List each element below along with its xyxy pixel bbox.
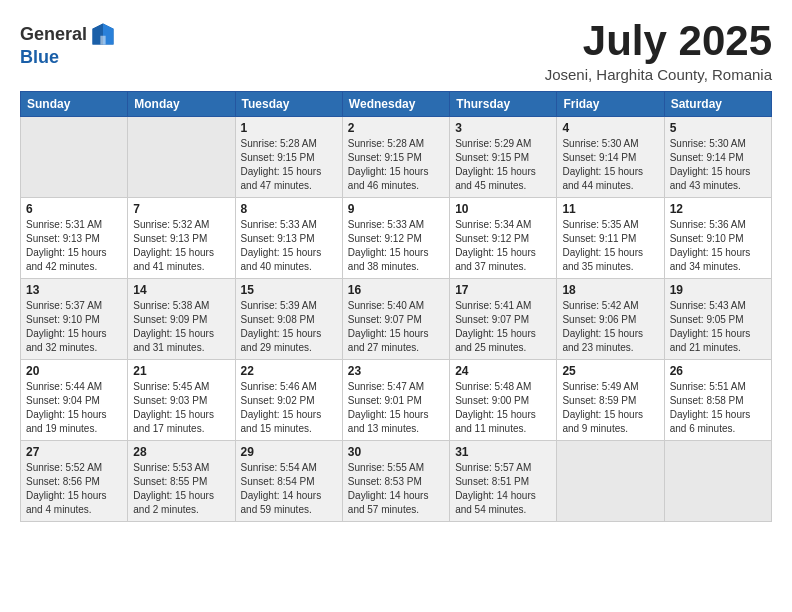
table-row: 14Sunrise: 5:38 AMSunset: 9:09 PMDayligh… [128, 279, 235, 360]
table-row: 3Sunrise: 5:29 AMSunset: 9:15 PMDaylight… [450, 117, 557, 198]
day-detail: Sunrise: 5:29 AMSunset: 9:15 PMDaylight:… [455, 137, 551, 193]
table-row: 27Sunrise: 5:52 AMSunset: 8:56 PMDayligh… [21, 441, 128, 522]
col-saturday: Saturday [664, 92, 771, 117]
calendar-table: Sunday Monday Tuesday Wednesday Thursday… [20, 91, 772, 522]
day-detail: Sunrise: 5:33 AMSunset: 9:13 PMDaylight:… [241, 218, 337, 274]
day-number: 15 [241, 283, 337, 297]
calendar-week-row: 27Sunrise: 5:52 AMSunset: 8:56 PMDayligh… [21, 441, 772, 522]
table-row [21, 117, 128, 198]
day-detail: Sunrise: 5:28 AMSunset: 9:15 PMDaylight:… [241, 137, 337, 193]
day-detail: Sunrise: 5:54 AMSunset: 8:54 PMDaylight:… [241, 461, 337, 517]
calendar-week-row: 20Sunrise: 5:44 AMSunset: 9:04 PMDayligh… [21, 360, 772, 441]
logo-icon [89, 20, 117, 48]
day-number: 16 [348, 283, 444, 297]
table-row: 11Sunrise: 5:35 AMSunset: 9:11 PMDayligh… [557, 198, 664, 279]
day-number: 8 [241, 202, 337, 216]
day-detail: Sunrise: 5:37 AMSunset: 9:10 PMDaylight:… [26, 299, 122, 355]
day-detail: Sunrise: 5:40 AMSunset: 9:07 PMDaylight:… [348, 299, 444, 355]
month-title: July 2025 [545, 18, 772, 64]
day-detail: Sunrise: 5:42 AMSunset: 9:06 PMDaylight:… [562, 299, 658, 355]
day-detail: Sunrise: 5:32 AMSunset: 9:13 PMDaylight:… [133, 218, 229, 274]
table-row: 25Sunrise: 5:49 AMSunset: 8:59 PMDayligh… [557, 360, 664, 441]
col-tuesday: Tuesday [235, 92, 342, 117]
table-row: 20Sunrise: 5:44 AMSunset: 9:04 PMDayligh… [21, 360, 128, 441]
day-number: 6 [26, 202, 122, 216]
day-detail: Sunrise: 5:34 AMSunset: 9:12 PMDaylight:… [455, 218, 551, 274]
logo-blue: Blue [20, 47, 59, 67]
day-number: 24 [455, 364, 551, 378]
col-thursday: Thursday [450, 92, 557, 117]
col-wednesday: Wednesday [342, 92, 449, 117]
day-number: 25 [562, 364, 658, 378]
table-row: 31Sunrise: 5:57 AMSunset: 8:51 PMDayligh… [450, 441, 557, 522]
day-number: 27 [26, 445, 122, 459]
day-number: 3 [455, 121, 551, 135]
calendar-week-row: 1Sunrise: 5:28 AMSunset: 9:15 PMDaylight… [21, 117, 772, 198]
table-row: 21Sunrise: 5:45 AMSunset: 9:03 PMDayligh… [128, 360, 235, 441]
table-row: 12Sunrise: 5:36 AMSunset: 9:10 PMDayligh… [664, 198, 771, 279]
svg-rect-3 [100, 36, 105, 45]
day-detail: Sunrise: 5:46 AMSunset: 9:02 PMDaylight:… [241, 380, 337, 436]
table-row [664, 441, 771, 522]
day-detail: Sunrise: 5:48 AMSunset: 9:00 PMDaylight:… [455, 380, 551, 436]
day-detail: Sunrise: 5:47 AMSunset: 9:01 PMDaylight:… [348, 380, 444, 436]
day-detail: Sunrise: 5:55 AMSunset: 8:53 PMDaylight:… [348, 461, 444, 517]
day-number: 11 [562, 202, 658, 216]
day-detail: Sunrise: 5:30 AMSunset: 9:14 PMDaylight:… [562, 137, 658, 193]
day-detail: Sunrise: 5:30 AMSunset: 9:14 PMDaylight:… [670, 137, 766, 193]
col-friday: Friday [557, 92, 664, 117]
day-number: 19 [670, 283, 766, 297]
day-detail: Sunrise: 5:28 AMSunset: 9:15 PMDaylight:… [348, 137, 444, 193]
table-row [128, 117, 235, 198]
day-number: 26 [670, 364, 766, 378]
day-detail: Sunrise: 5:57 AMSunset: 8:51 PMDaylight:… [455, 461, 551, 517]
table-row: 18Sunrise: 5:42 AMSunset: 9:06 PMDayligh… [557, 279, 664, 360]
day-detail: Sunrise: 5:38 AMSunset: 9:09 PMDaylight:… [133, 299, 229, 355]
day-number: 17 [455, 283, 551, 297]
table-row: 6Sunrise: 5:31 AMSunset: 9:13 PMDaylight… [21, 198, 128, 279]
day-detail: Sunrise: 5:49 AMSunset: 8:59 PMDaylight:… [562, 380, 658, 436]
day-detail: Sunrise: 5:33 AMSunset: 9:12 PMDaylight:… [348, 218, 444, 274]
day-number: 30 [348, 445, 444, 459]
day-detail: Sunrise: 5:36 AMSunset: 9:10 PMDaylight:… [670, 218, 766, 274]
table-row: 22Sunrise: 5:46 AMSunset: 9:02 PMDayligh… [235, 360, 342, 441]
table-row: 28Sunrise: 5:53 AMSunset: 8:55 PMDayligh… [128, 441, 235, 522]
day-number: 29 [241, 445, 337, 459]
day-detail: Sunrise: 5:39 AMSunset: 9:08 PMDaylight:… [241, 299, 337, 355]
location-title: Joseni, Harghita County, Romania [545, 66, 772, 83]
day-number: 7 [133, 202, 229, 216]
table-row: 5Sunrise: 5:30 AMSunset: 9:14 PMDaylight… [664, 117, 771, 198]
day-number: 31 [455, 445, 551, 459]
day-detail: Sunrise: 5:31 AMSunset: 9:13 PMDaylight:… [26, 218, 122, 274]
logo: General Blue [20, 22, 117, 68]
day-number: 4 [562, 121, 658, 135]
table-row: 23Sunrise: 5:47 AMSunset: 9:01 PMDayligh… [342, 360, 449, 441]
table-row: 29Sunrise: 5:54 AMSunset: 8:54 PMDayligh… [235, 441, 342, 522]
table-row: 16Sunrise: 5:40 AMSunset: 9:07 PMDayligh… [342, 279, 449, 360]
day-detail: Sunrise: 5:44 AMSunset: 9:04 PMDaylight:… [26, 380, 122, 436]
table-row: 7Sunrise: 5:32 AMSunset: 9:13 PMDaylight… [128, 198, 235, 279]
table-row: 4Sunrise: 5:30 AMSunset: 9:14 PMDaylight… [557, 117, 664, 198]
table-row: 1Sunrise: 5:28 AMSunset: 9:15 PMDaylight… [235, 117, 342, 198]
logo-general: General [20, 25, 87, 45]
calendar-week-row: 6Sunrise: 5:31 AMSunset: 9:13 PMDaylight… [21, 198, 772, 279]
day-number: 13 [26, 283, 122, 297]
day-number: 18 [562, 283, 658, 297]
day-number: 28 [133, 445, 229, 459]
table-row: 17Sunrise: 5:41 AMSunset: 9:07 PMDayligh… [450, 279, 557, 360]
table-row: 15Sunrise: 5:39 AMSunset: 9:08 PMDayligh… [235, 279, 342, 360]
day-detail: Sunrise: 5:51 AMSunset: 8:58 PMDaylight:… [670, 380, 766, 436]
day-number: 14 [133, 283, 229, 297]
day-number: 5 [670, 121, 766, 135]
table-row: 30Sunrise: 5:55 AMSunset: 8:53 PMDayligh… [342, 441, 449, 522]
day-detail: Sunrise: 5:43 AMSunset: 9:05 PMDaylight:… [670, 299, 766, 355]
day-detail: Sunrise: 5:45 AMSunset: 9:03 PMDaylight:… [133, 380, 229, 436]
table-row [557, 441, 664, 522]
day-number: 23 [348, 364, 444, 378]
day-number: 10 [455, 202, 551, 216]
calendar-header-row: Sunday Monday Tuesday Wednesday Thursday… [21, 92, 772, 117]
table-row: 2Sunrise: 5:28 AMSunset: 9:15 PMDaylight… [342, 117, 449, 198]
col-sunday: Sunday [21, 92, 128, 117]
day-number: 12 [670, 202, 766, 216]
title-area: July 2025 Joseni, Harghita County, Roman… [545, 18, 772, 83]
